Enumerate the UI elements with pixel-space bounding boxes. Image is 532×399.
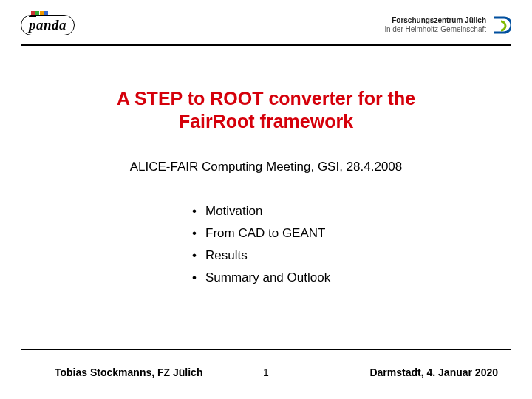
footer-author: Tobias Stockmanns, FZ Jülich [55, 366, 202, 378]
bullet-item: Motivation [192, 204, 330, 219]
julich-logo-icon [491, 15, 511, 35]
footer-divider [21, 349, 511, 350]
slide-header: panda Forschungszentrum Jülich in der He… [21, 15, 511, 35]
footer-page-number: 1 [263, 366, 269, 378]
footer-date: Darmstadt, 4. Januar 2020 [369, 366, 498, 378]
bullet-item: Summary and Outlook [192, 270, 330, 285]
julich-line1: Forschungszentrum Jülich [385, 16, 486, 26]
bullet-item: Results [192, 248, 330, 263]
slide-footer: Tobias Stockmanns, FZ Jülich 1 Darmstadt… [21, 366, 511, 378]
bullet-item: From CAD to GEANT [192, 226, 330, 241]
panda-logo-text: panda [21, 15, 75, 35]
julich-logo: Forschungszentrum Jülich in der Helmholt… [385, 15, 511, 35]
bullet-list: Motivation From CAD to GEANT Results Sum… [192, 204, 330, 293]
slide-title: A STEP to ROOT converter for the FairRoo… [0, 87, 532, 134]
julich-line2: in der Helmholtz-Gemeinschaft [385, 25, 486, 35]
slide-subtitle: ALICE-FAIR Computing Meeting, GSI, 28.4.… [0, 160, 532, 174]
title-line-1: A STEP to ROOT converter for the [0, 87, 532, 110]
header-divider [21, 44, 511, 46]
title-line-2: FairRoot framework [0, 110, 532, 133]
panda-logo: panda [21, 15, 75, 35]
julich-logo-text: Forschungszentrum Jülich in der Helmholt… [385, 16, 486, 35]
